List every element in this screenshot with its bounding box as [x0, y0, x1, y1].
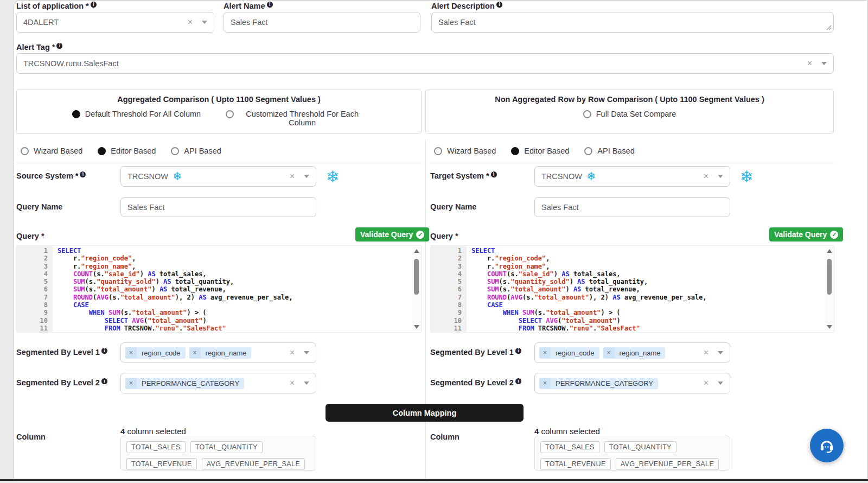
support-fab-button[interactable] — [810, 429, 844, 462]
chevron-down-icon[interactable] — [718, 175, 723, 178]
scrollbar-thumb[interactable] — [827, 259, 832, 295]
target-sql-editor[interactable]: 123456789101112 SELECT r."region_code", … — [430, 245, 834, 333]
line-number: 10 — [431, 317, 462, 325]
scrollbar[interactable] — [825, 246, 834, 332]
clear-icon[interactable]: × — [704, 379, 709, 387]
alert-tag-select[interactable]: TRCSNOW.runu.SalesFact × — [16, 53, 834, 74]
chip-remove-icon[interactable]: × — [125, 347, 137, 358]
selected-value-chip[interactable]: ×PERFORMANCE_CATEGORY — [125, 378, 244, 389]
radio-option[interactable]: Wizard Based — [21, 147, 82, 155]
sql-code[interactable]: SELECT r."region_code", r."region_name",… — [53, 246, 412, 332]
chevron-down-icon[interactable] — [304, 175, 309, 178]
column-chip: TOTAL_REVENUE — [540, 458, 611, 470]
scrollbar-thumb[interactable] — [414, 259, 419, 295]
column-chip: TOTAL_QUANTITY — [604, 441, 676, 453]
source-validate-query-button[interactable]: Validate Query✓ — [355, 227, 429, 242]
scrollbar[interactable] — [412, 246, 421, 332]
source-seg1-label: Segmented By Level 1i — [16, 348, 107, 357]
scroll-down-icon[interactable] — [827, 325, 832, 329]
target-seg1-multiselect[interactable]: ×region_code×region_name× — [534, 342, 730, 363]
source-sql-editor[interactable]: 123456789101112 SELECT r."region_code", … — [16, 245, 422, 333]
scroll-up-icon[interactable] — [414, 249, 419, 253]
alert-name-label: Alert Namei — [224, 2, 273, 10]
source-seg2-multiselect[interactable]: ×PERFORMANCE_CATEGORY× — [120, 373, 316, 393]
radio-option[interactable]: Editor Based — [98, 147, 156, 155]
radio-unselected-icon[interactable] — [171, 147, 179, 155]
radio-label: API Based — [597, 147, 635, 155]
clear-icon[interactable]: × — [704, 172, 709, 181]
target-query-label: Query * — [430, 232, 458, 240]
column-mapping-button[interactable]: Column Mapping — [326, 404, 524, 422]
info-icon[interactable]: i — [101, 378, 107, 384]
scroll-up-icon[interactable] — [827, 249, 832, 253]
radio-option[interactable]: Editor Based — [511, 147, 569, 155]
info-icon[interactable]: i — [101, 348, 107, 354]
selected-value-chip[interactable]: ×region_name — [603, 347, 666, 359]
radio-option[interactable]: Customized Threshold For Each Column — [226, 110, 366, 127]
selected-value-chip[interactable]: ×region_code — [539, 347, 599, 359]
chip-remove-icon[interactable]: × — [539, 378, 551, 389]
radio-option[interactable]: Default Threshold For All Column — [72, 110, 201, 127]
column-chip: TOTAL_SALES — [540, 441, 599, 453]
radio-selected-icon[interactable] — [98, 147, 106, 155]
code-line: COUNT(s."sale_id") AS total_sales, — [58, 270, 412, 278]
source-system-select[interactable]: TRCSNOW❄ × — [120, 166, 316, 187]
radio-option[interactable]: API Based — [171, 147, 221, 155]
radio-unselected-icon[interactable] — [584, 147, 592, 155]
info-icon[interactable]: i — [56, 43, 62, 49]
chevron-down-icon[interactable] — [304, 351, 309, 354]
chip-remove-icon[interactable]: × — [125, 378, 137, 389]
info-icon[interactable]: i — [515, 378, 521, 384]
info-icon[interactable]: i — [515, 348, 521, 354]
alert-description-label: Alert Descriptioni — [431, 2, 502, 10]
target-query-name-input[interactable]: Sales Fact — [534, 197, 730, 217]
info-icon[interactable]: i — [80, 171, 86, 177]
chevron-down-icon[interactable] — [718, 351, 723, 354]
target-query-name-label: Query Name — [430, 202, 476, 211]
target-seg2-multiselect[interactable]: ×PERFORMANCE_CATEGORY× — [534, 373, 730, 393]
radio-unselected-icon[interactable] — [583, 110, 591, 118]
radio-unselected-icon[interactable] — [434, 147, 442, 155]
clear-icon[interactable]: × — [290, 348, 295, 357]
radio-unselected-icon[interactable] — [21, 147, 29, 155]
radio-selected-icon[interactable] — [511, 147, 519, 155]
target-system-select[interactable]: TRCSNOW❄ × — [534, 166, 730, 187]
radio-selected-icon[interactable] — [72, 110, 80, 118]
radio-option[interactable]: Full Data Set Compare — [583, 110, 676, 118]
info-icon[interactable]: i — [491, 171, 497, 177]
selected-value-chip[interactable]: ×region_name — [189, 347, 252, 359]
radio-unselected-icon[interactable] — [226, 110, 234, 118]
source-seg1-multiselect[interactable]: ×region_code×region_name× — [120, 342, 316, 363]
selected-value-chip[interactable]: ×PERFORMANCE_CATEGORY — [539, 378, 658, 389]
line-number: 7 — [431, 294, 462, 301]
radio-option[interactable]: Wizard Based — [434, 147, 496, 155]
full-data-set-options: Full Data Set Compare — [426, 110, 833, 118]
info-icon[interactable]: i — [267, 2, 273, 8]
clear-icon[interactable]: × — [807, 59, 812, 68]
chevron-down-icon[interactable] — [718, 382, 723, 385]
alert-description-textarea[interactable]: Sales Fact — [431, 12, 834, 33]
clear-icon[interactable]: × — [290, 379, 295, 387]
selected-value-chip[interactable]: ×region_code — [125, 347, 186, 359]
line-number: 2 — [17, 255, 48, 262]
info-icon[interactable]: i — [496, 2, 502, 8]
chevron-down-icon[interactable] — [202, 21, 207, 24]
clear-icon[interactable]: × — [704, 348, 709, 357]
radio-option[interactable]: API Based — [584, 147, 635, 155]
code-line: SELECT AVG("total_amount") — [58, 317, 412, 325]
chip-remove-icon[interactable]: × — [539, 347, 551, 358]
sql-code[interactable]: SELECT r."region_code", r."region_name",… — [467, 246, 825, 332]
target-validate-query-button[interactable]: Validate Query✓ — [769, 227, 843, 242]
alert-name-input[interactable]: Sales Fact — [224, 12, 420, 33]
clear-icon[interactable]: × — [188, 18, 193, 27]
chevron-down-icon[interactable] — [821, 62, 827, 65]
clear-icon[interactable]: × — [290, 172, 295, 181]
source-query-name-input[interactable]: Sales Fact — [120, 197, 316, 217]
info-icon[interactable]: i — [91, 2, 97, 8]
application-select[interactable]: 4DALERT × — [16, 12, 214, 33]
chevron-down-icon[interactable] — [304, 382, 309, 385]
chip-remove-icon[interactable]: × — [603, 347, 615, 358]
resize-handle-icon[interactable] — [826, 25, 832, 30]
chip-remove-icon[interactable]: × — [189, 347, 201, 358]
scroll-down-icon[interactable] — [414, 325, 419, 329]
